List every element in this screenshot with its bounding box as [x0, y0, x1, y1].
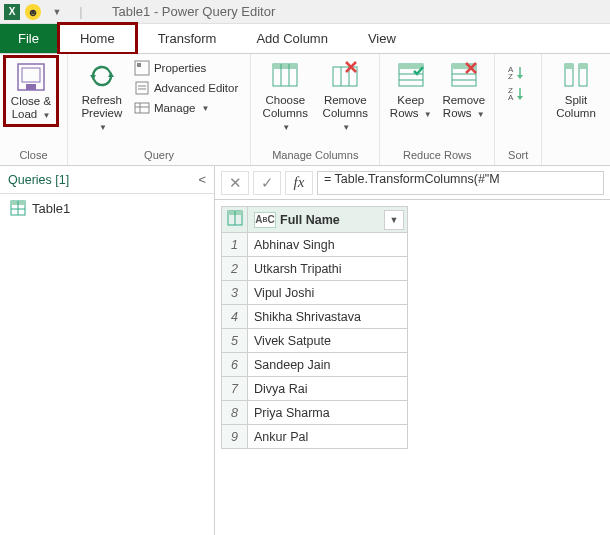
main-area: ✕ ✓ fx = Table.TransformColumns(#"M ABC … [215, 166, 610, 535]
fx-label: fx [294, 174, 305, 191]
tab-home[interactable]: Home [57, 22, 138, 55]
select-all-corner[interactable] [222, 207, 248, 233]
remove-rows-button[interactable]: Remove Rows ▼ [439, 58, 488, 122]
fx-button[interactable]: fx [285, 171, 313, 195]
row-number[interactable]: 7 [222, 377, 248, 401]
queries-header: Queries [1] [8, 173, 69, 187]
remove-rows-icon [448, 60, 480, 92]
row-number[interactable]: 8 [222, 401, 248, 425]
svg-text:Z: Z [508, 72, 513, 80]
excel-icon: X [4, 4, 20, 20]
title-bar: X ☻ ▼ | Table1 - Power Query Editor [0, 0, 610, 24]
tab-view[interactable]: View [348, 24, 416, 53]
table-row[interactable]: 4Shikha Shrivastava [222, 305, 408, 329]
group-query-label: Query [74, 147, 244, 163]
svg-rect-1 [22, 68, 40, 82]
group-sort-label: Sort [501, 147, 535, 163]
sort-desc-button[interactable]: ZA [508, 85, 528, 104]
tab-file[interactable]: File [0, 24, 57, 53]
group-close-label: Close [6, 147, 61, 163]
column-name: Full Name [280, 213, 340, 227]
table-row[interactable]: 6Sandeep Jain [222, 353, 408, 377]
row-number[interactable]: 2 [222, 257, 248, 281]
table-row[interactable]: 5Vivek Satpute [222, 329, 408, 353]
properties-label: Properties [154, 62, 206, 74]
tab-add-column[interactable]: Add Column [236, 24, 348, 53]
group-manage-columns-label: Manage Columns [257, 147, 373, 163]
svg-rect-2 [26, 84, 36, 90]
choose-columns-button[interactable]: Choose Columns ▼ [257, 58, 313, 136]
sort-desc-icon: ZA [508, 85, 528, 101]
cell-fullname[interactable]: Divya Rai [248, 377, 408, 401]
column-filter-button[interactable]: ▼ [384, 210, 404, 230]
close-load-icon [15, 61, 47, 93]
qat-smiley-button[interactable]: ☻ [22, 1, 44, 23]
svg-rect-14 [273, 64, 297, 69]
tab-transform[interactable]: Transform [138, 24, 237, 53]
split-column-label: Split Column [556, 94, 596, 119]
table-row[interactable]: 1Abhinav Singh [222, 233, 408, 257]
advanced-editor-button[interactable]: Advanced Editor [134, 80, 238, 96]
query-name: Table1 [32, 201, 70, 216]
svg-rect-42 [565, 64, 573, 69]
collapse-pane-button[interactable]: < [198, 172, 206, 187]
qat-dropdown[interactable]: ▼ [46, 1, 68, 23]
row-number[interactable]: 4 [222, 305, 248, 329]
table-icon [10, 200, 26, 216]
table-row[interactable]: 7Divya Rai [222, 377, 408, 401]
properties-button[interactable]: Properties [134, 60, 238, 76]
query-item-table1[interactable]: Table1 [0, 194, 214, 222]
cell-fullname[interactable]: Abhinav Singh [248, 233, 408, 257]
refresh-preview-button[interactable]: Refresh Preview ▼ [74, 58, 130, 136]
column-header-fullname[interactable]: ABC Full Name ▼ [248, 207, 408, 233]
row-number[interactable]: 3 [222, 281, 248, 305]
cell-fullname[interactable]: Vivek Satpute [248, 329, 408, 353]
advanced-editor-label: Advanced Editor [154, 82, 238, 94]
dropdown-caret-icon: ▼ [99, 123, 107, 132]
close-and-load-button[interactable]: Close & Load ▼ [3, 55, 59, 127]
table-row[interactable]: 2Utkarsh Tripathi [222, 257, 408, 281]
svg-rect-10 [135, 103, 149, 113]
svg-marker-4 [108, 72, 114, 77]
dropdown-caret-icon: ▼ [201, 104, 209, 113]
table-row[interactable]: 8Priya Sharma [222, 401, 408, 425]
cell-fullname[interactable]: Shikha Shrivastava [248, 305, 408, 329]
manage-button[interactable]: Manage ▼ [134, 100, 238, 116]
remove-columns-icon [329, 60, 361, 92]
cell-fullname[interactable]: Utkarsh Tripathi [248, 257, 408, 281]
cell-fullname[interactable]: Ankur Pal [248, 425, 408, 449]
table-row[interactable]: 9Ankur Pal [222, 425, 408, 449]
formula-bar: ✕ ✓ fx = Table.TransformColumns(#"M [215, 166, 610, 200]
remove-columns-button[interactable]: Remove Columns ▼ [317, 58, 373, 136]
qat-separator: | [70, 1, 92, 23]
sort-asc-button[interactable]: AZ [508, 64, 528, 83]
formula-input[interactable]: = Table.TransformColumns(#"M [317, 171, 604, 195]
column-type-text-icon[interactable]: ABC [254, 212, 276, 228]
svg-marker-35 [517, 75, 523, 79]
accept-formula-button[interactable]: ✓ [253, 171, 281, 195]
dropdown-caret-icon: ▼ [424, 110, 432, 119]
refresh-icon [86, 60, 118, 92]
keep-rows-icon [395, 60, 427, 92]
dropdown-caret-icon: ▼ [477, 110, 485, 119]
row-number[interactable]: 6 [222, 353, 248, 377]
cell-fullname[interactable]: Priya Sharma [248, 401, 408, 425]
svg-marker-39 [517, 96, 523, 100]
properties-icon [134, 60, 150, 76]
keep-rows-button[interactable]: Keep Rows ▼ [386, 58, 435, 122]
group-split [548, 147, 604, 163]
remove-columns-label: Remove Columns [323, 94, 368, 119]
chevron-down-icon: ▼ [390, 215, 399, 225]
svg-rect-23 [399, 64, 423, 69]
svg-text:A: A [508, 93, 514, 101]
row-number[interactable]: 1 [222, 233, 248, 257]
cell-fullname[interactable]: Sandeep Jain [248, 353, 408, 377]
cell-fullname[interactable]: Vipul Joshi [248, 281, 408, 305]
row-number[interactable]: 9 [222, 425, 248, 449]
data-grid: ABC Full Name ▼ 1Abhinav Singh2Utkarsh T… [221, 206, 408, 449]
cancel-formula-button[interactable]: ✕ [221, 171, 249, 195]
svg-rect-7 [136, 82, 148, 94]
row-number[interactable]: 5 [222, 329, 248, 353]
table-row[interactable]: 3Vipul Joshi [222, 281, 408, 305]
split-column-button[interactable]: Split Column [548, 58, 604, 122]
